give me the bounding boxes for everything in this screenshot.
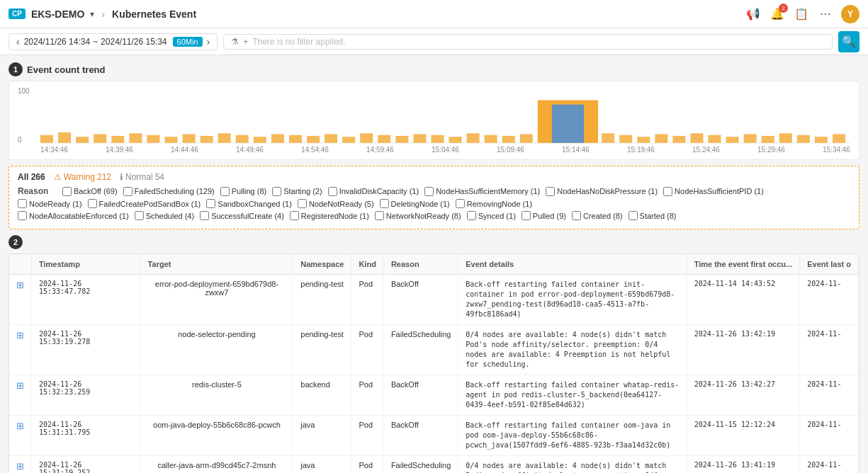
reason-checkbox[interactable] [456,199,465,208]
reason-item[interactable]: BackOff (69) [62,187,118,196]
reason-label-text: Created (8) [583,212,623,220]
all-filter[interactable]: All 266 [18,172,45,182]
table-cell: Back-off restarting failed container oom… [458,416,687,456]
section1-header: 1 Event count trend [9,62,859,76]
svg-rect-40 [762,136,774,143]
reason-checkbox[interactable] [298,199,307,208]
reason-item[interactable]: RegisteredNode (1) [290,211,369,220]
row-expand-icon[interactable]: ⊞ [16,330,24,341]
reason-item[interactable]: Pulling (8) [220,187,267,196]
board-icon[interactable]: 📋 [793,6,810,23]
reason-checkbox[interactable] [380,199,389,208]
reason-checkbox[interactable] [663,187,672,196]
y-max: 100 [18,87,38,95]
user-avatar[interactable]: Y [841,5,859,23]
reason-item[interactable]: DeletingNode (1) [380,199,450,208]
row-expand-icon[interactable]: ⊞ [16,461,24,472]
notification-icon[interactable]: 🔔 2 [769,6,786,23]
reason-checkbox[interactable] [375,211,384,220]
time-tilde: ~ [93,37,98,47]
table-cell: 2024-11-15 12:12:24 [687,416,800,456]
reason-item[interactable]: NodeHasSufficientMemory (1) [424,187,540,196]
reason-label-text: RemovingNode (1) [467,200,532,208]
reason-item[interactable]: Synced (1) [467,211,516,220]
x-label: 15:19:46 [627,146,655,154]
reason-item[interactable]: InvalidDiskCapacity (1) [328,187,419,196]
reason-item[interactable]: NodeNotReady (5) [298,199,374,208]
table-cell: node-selector-pending [140,325,293,375]
x-label: 15:04:46 [432,146,459,154]
reason-checkbox[interactable] [88,199,97,208]
row-expand-icon[interactable]: ⊞ [16,280,24,290]
reason-label-text: Started (8) [640,212,677,220]
announcement-icon[interactable]: 📢 [745,6,762,23]
filter-bar[interactable]: ⚗ + There is no filter applied. [223,34,833,50]
svg-rect-3 [76,137,89,143]
reason-item[interactable]: Pulled (9) [522,211,566,220]
reason-checkbox[interactable] [424,187,434,196]
warning-filter[interactable]: ⚠ Warning 212 [54,172,111,182]
y-min: 0 [18,136,38,144]
reason-item[interactable]: NodeAllocatableEnforced (1) [18,211,129,220]
reason-checkbox[interactable] [206,199,215,208]
reason-item[interactable]: SandboxChanged (1) [206,199,292,208]
reason-label-text: InvalidDiskCapacity (1) [339,187,419,195]
reason-checkbox[interactable] [18,199,27,208]
reason-checkbox[interactable] [62,187,72,196]
reason-item[interactable]: Starting (2) [272,187,322,196]
reason-checkbox[interactable] [546,187,555,196]
row-expand-icon[interactable]: ⊞ [16,380,24,391]
reason-item[interactable]: FailedCreatePodSandBox (1) [88,199,201,208]
prev-time-button[interactable]: ‹ [15,36,21,47]
reason-item[interactable]: NetworkNotReady (8) [375,211,461,220]
svg-rect-17 [325,134,337,142]
reason-item[interactable]: NodeHasNoDiskPressure (1) [546,187,658,196]
reason-item[interactable]: NodeHasSufficientPID (1) [663,187,764,196]
x-label: 14:39:46 [106,146,133,154]
reason-checkbox[interactable] [18,211,27,220]
row-expand-icon[interactable]: ⊞ [16,421,24,431]
reason-filter-row-17: NodeReady (1)FailedCreatePodSandBox (1)S… [18,199,850,208]
normal-filter[interactable]: ℹ Normal 54 [120,172,164,182]
svg-rect-20 [378,135,390,143]
reason-checkbox[interactable] [123,187,133,196]
reason-checkbox[interactable] [328,187,337,196]
svg-rect-6 [129,133,142,143]
svg-rect-23 [431,135,444,143]
next-time-button[interactable]: › [205,36,212,47]
column-header-target: Target [140,254,293,275]
reason-label-text: DeletingNode (1) [391,200,450,208]
reason-checkbox[interactable] [290,211,299,220]
reason-item[interactable]: Created (8) [572,211,623,220]
more-icon[interactable]: ⋯ [817,6,834,23]
reason-item[interactable]: NodeReady (1) [18,199,82,208]
reason-label-text: NodeHasSufficientMemory (1) [436,187,540,195]
svg-rect-30 [552,105,584,143]
table-cell: java [293,456,351,474]
reason-item[interactable]: SuccessfulCreate (4) [200,211,284,220]
reason-label-text: NodeReady (1) [29,200,82,208]
reason-item[interactable]: Started (8) [629,211,677,220]
filter-add-icon[interactable]: + [243,37,248,47]
table-cell: 2024-11-26 15:32:23.259 [32,375,141,416]
reason-checkbox[interactable] [572,211,581,220]
table-row: ⊞2024-11-26 15:31:19.252caller-java-arm-… [9,456,859,474]
time-badge[interactable]: 60Min [173,37,203,47]
project-badge: CP [9,8,26,19]
reason-checkbox[interactable] [629,211,638,220]
reason-label-text: Synced (1) [478,212,516,220]
reason-checkbox[interactable] [200,211,209,220]
reason-checkbox[interactable] [467,211,476,220]
svg-rect-37 [708,135,721,143]
reason-checkbox[interactable] [135,211,144,220]
reason-checkbox[interactable] [272,187,281,196]
reason-item[interactable]: RemovingNode (1) [456,199,532,208]
project-dropdown-icon[interactable]: ▾ [90,9,94,19]
project-name[interactable]: EKS-DEMO [31,8,84,20]
reason-checkbox[interactable] [220,187,230,196]
reason-checkbox[interactable] [522,211,531,220]
time-range-selector[interactable]: ‹ 2024/11/26 14:34 ~ 2024/11/26 15:34 60… [9,33,218,50]
search-button[interactable]: 🔍 [838,31,859,52]
reason-item[interactable]: Scheduled (4) [135,211,195,220]
reason-item[interactable]: FailedScheduling (129) [123,187,215,196]
